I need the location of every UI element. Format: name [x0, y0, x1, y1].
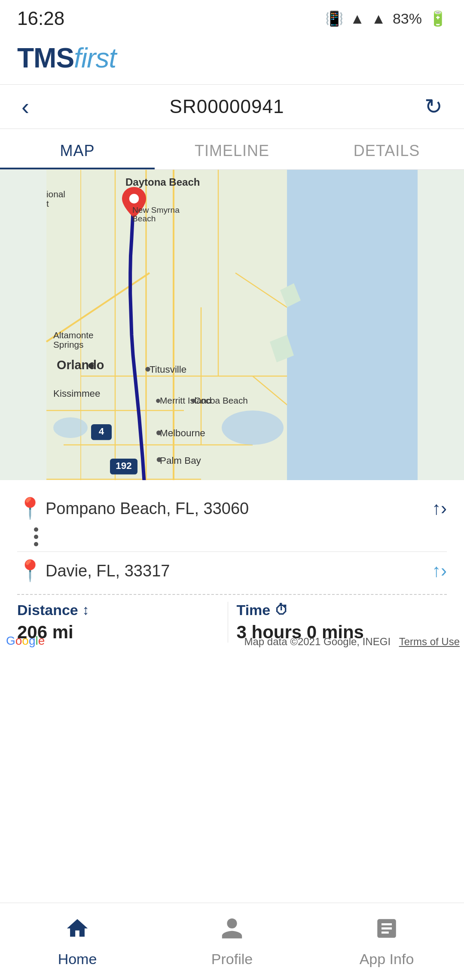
svg-text:Daytona Beach: Daytona Beach — [125, 176, 200, 188]
destination-icon: 📍 — [17, 559, 36, 583]
svg-point-51 — [157, 457, 162, 462]
status-icons: 📳 ▲ ▲ 83% 🔋 — [325, 10, 447, 27]
time-label: Time ⏱ — [237, 602, 439, 619]
dashed-divider — [17, 594, 447, 595]
svg-text:Cocoa Beach: Cocoa Beach — [194, 395, 248, 405]
svg-point-47 — [192, 399, 196, 403]
bottom-nav: Home Profile App Info — [0, 903, 464, 980]
tab-map[interactable]: MAP — [0, 129, 155, 169]
logo-first: first — [74, 43, 116, 74]
svg-text:Palm Bay: Palm Bay — [160, 455, 201, 466]
distance-icon: ↕ — [82, 602, 89, 618]
signal-icon: ▲ — [371, 10, 386, 27]
status-time: 16:28 — [17, 8, 64, 29]
svg-text:Melbourne: Melbourne — [160, 428, 205, 438]
origin-icon: 📍 — [17, 496, 36, 521]
svg-text:Orlando: Orlando — [57, 358, 104, 372]
map-attribution: Map data ©2021 Google, INEGI Terms of Us… — [244, 636, 460, 648]
svg-text:Titusville: Titusville — [150, 364, 186, 375]
battery-icon: 🔋 — [429, 10, 447, 27]
svg-point-49 — [156, 430, 161, 435]
tabs-bar: MAP TIMELINE DETAILS — [0, 129, 464, 170]
svg-point-38 — [89, 363, 94, 369]
nav-bar: ‹ SR00000941 ↻ — [0, 84, 464, 129]
battery-level: 83% — [393, 10, 422, 27]
svg-point-43 — [145, 367, 150, 371]
nav-home[interactable]: Home — [0, 909, 155, 974]
vibrate-icon: 📳 — [325, 10, 343, 27]
home-icon — [65, 916, 90, 946]
distance-value: 206 mi — [17, 622, 219, 643]
svg-text:4: 4 — [99, 426, 104, 437]
appinfo-icon — [374, 916, 399, 946]
svg-point-24 — [222, 410, 284, 445]
origin-navigate-icon[interactable]: ↑› — [432, 498, 447, 519]
distance-col: Distance ↕ 206 mi — [17, 602, 228, 643]
route-dots — [27, 525, 46, 549]
time-icon: ⏱ — [275, 602, 288, 618]
profile-label: Profile — [211, 951, 253, 968]
dot-3 — [34, 542, 38, 546]
back-button[interactable]: ‹ — [21, 93, 29, 120]
profile-icon — [220, 916, 244, 946]
svg-text:Altamonte: Altamonte — [53, 330, 94, 340]
svg-text:Beach: Beach — [132, 214, 156, 223]
shipment-id: SR00000941 — [170, 96, 284, 117]
logo-tms: TMS — [17, 43, 74, 74]
svg-text:ional: ional — [46, 189, 65, 199]
destination-navigate-icon[interactable]: ↑› — [432, 560, 447, 581]
home-label: Home — [58, 951, 97, 968]
destination-row: 📍 Davie, FL, 33317 ↑› — [17, 554, 447, 587]
tab-timeline[interactable]: TIMELINE — [155, 129, 309, 169]
dot-1 — [34, 527, 38, 532]
google-logo: Google — [6, 634, 45, 648]
nav-appinfo[interactable]: App Info — [309, 909, 464, 974]
location-divider — [17, 551, 447, 552]
svg-text:t: t — [46, 199, 49, 208]
svg-text:Kissimmee: Kissimmee — [53, 388, 100, 399]
appinfo-label: App Info — [360, 951, 414, 968]
origin-row: 📍 Pompano Beach, FL, 33060 ↑› — [17, 492, 447, 525]
app-header: TMSfirst — [0, 34, 464, 84]
terms-link[interactable]: Terms of Use — [399, 636, 460, 647]
svg-text:New Smyrna: New Smyrna — [132, 205, 180, 214]
svg-point-28 — [53, 417, 88, 438]
svg-text:192: 192 — [116, 460, 131, 471]
app-logo: TMSfirst — [17, 42, 447, 74]
status-bar: 16:28 📳 ▲ ▲ 83% 🔋 — [0, 0, 464, 34]
distance-label: Distance ↕ — [17, 602, 219, 619]
svg-point-45 — [156, 399, 160, 403]
refresh-button[interactable]: ↻ — [424, 94, 443, 119]
tab-details[interactable]: DETAILS — [309, 129, 464, 169]
dot-2 — [34, 535, 38, 539]
destination-text: Davie, FL, 33317 — [46, 562, 422, 580]
svg-point-33 — [129, 194, 139, 203]
wifi-icon: ▲ — [350, 10, 365, 27]
svg-text:Springs: Springs — [53, 340, 84, 349]
map-area[interactable]: 4 192 441 Daytona Beach New Smyrna Beach… — [0, 170, 464, 651]
origin-text: Pompano Beach, FL, 33060 — [46, 499, 422, 518]
nav-profile[interactable]: Profile — [155, 909, 309, 974]
location-card: 📍 Pompano Beach, FL, 33060 ↑› 📍 Davie, F… — [0, 480, 464, 651]
